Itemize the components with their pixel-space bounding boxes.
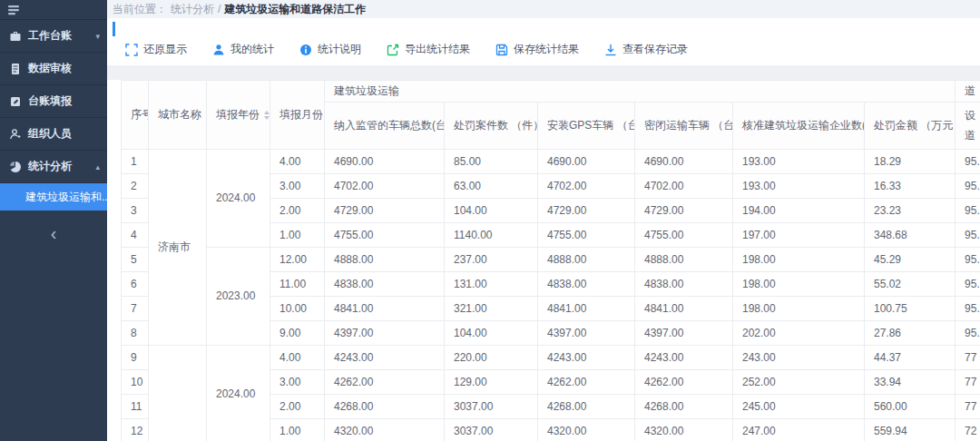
- index-cell: 11: [122, 394, 149, 418]
- metric-cell: 4243.00: [325, 345, 445, 369]
- metric-cell: 45.29: [865, 247, 956, 271]
- restore-view-button[interactable]: 还原显示: [125, 42, 187, 57]
- button-label: 还原显示: [143, 42, 187, 57]
- index-cell: 12: [122, 418, 149, 441]
- export-results-button[interactable]: 导出统计结果: [387, 42, 470, 57]
- user-icon: [212, 44, 225, 56]
- audit-doc-icon: [9, 63, 22, 75]
- view-saved-records-button[interactable]: 查看保存记录: [604, 42, 688, 57]
- metric-cell: 4755.00: [325, 222, 445, 247]
- col-header-approved-companies: 核准建筑垃圾运输企业数(家): [733, 102, 865, 149]
- sidebar-item-data-review[interactable]: 数据审核: [0, 53, 107, 85]
- app-logo-icon[interactable]: [7, 4, 20, 16]
- metric-cell: 559.94: [865, 418, 956, 441]
- sidebar-subitem-construction-waste[interactable]: 建筑垃圾运输和...: [0, 183, 107, 211]
- metric-cell: 4262.00: [538, 369, 635, 394]
- metric-cell: 4838.00: [635, 271, 733, 296]
- index-cell: 6: [122, 271, 149, 296]
- sidebar-item-label: 数据审核: [28, 61, 100, 76]
- metric-cell: 100.75: [865, 296, 956, 320]
- sidebar-item-statistics[interactable]: 统计分析 ▴: [0, 151, 107, 183]
- metric-cell: 4268.00: [538, 394, 635, 418]
- breadcrumb: 当前位置： 统计分析 / 建筑垃圾运输和道路保洁工作: [107, 0, 980, 18]
- metric-cell: 4268.00: [325, 394, 445, 418]
- metric-cell: 16.33: [865, 173, 956, 198]
- download-icon: [604, 44, 617, 56]
- briefcase-icon: [9, 30, 22, 43]
- month-cell: 9.00: [270, 320, 325, 345]
- metric-cell: 23.23: [865, 198, 956, 222]
- metric-cell: 198.00: [733, 271, 865, 296]
- metric-cell: 104.00: [445, 198, 538, 222]
- sidebar-item-ledger-entry[interactable]: 台账填报: [0, 85, 107, 118]
- metric-cell: 194.00: [733, 198, 865, 222]
- metric-cell: 4838.00: [325, 271, 445, 296]
- chevron-up-icon: ▴: [95, 162, 100, 172]
- table-row[interactable]: 1 济南市 2024.00 4.00 4690.00 85.00 4690.00…: [122, 149, 980, 173]
- metric-cell: 131.00: [445, 271, 538, 296]
- metric-cell: 55.02: [865, 271, 956, 296]
- breadcrumb-current: 建筑垃圾运输和道路保洁工作: [224, 2, 366, 17]
- year-cell: 2023.00: [207, 247, 270, 345]
- sidebar-collapse-button[interactable]: ‹: [0, 223, 107, 244]
- table-row[interactable]: 5 2023.00 12.00 4888.00 237.00 4888.00 4…: [122, 247, 980, 271]
- group-header-clipped: 道: [956, 81, 980, 103]
- index-cell: 5: [122, 247, 149, 271]
- index-cell: 1: [122, 149, 149, 173]
- index-cell: 10: [122, 369, 149, 394]
- col-header-year: 填报年份: [207, 81, 270, 150]
- index-cell: 7: [122, 296, 149, 320]
- metric-cell: 3037.00: [445, 418, 538, 441]
- sort-icon[interactable]: [264, 111, 270, 120]
- metric-cell: 33.94: [865, 369, 956, 394]
- restore-icon: [125, 44, 138, 56]
- index-cell: 3: [122, 198, 149, 222]
- table-row[interactable]: 9 青岛市 2024.00 4.00 4243.00 220.00 4243.0…: [122, 345, 980, 369]
- col-header-index: 序号: [122, 81, 149, 150]
- year-cell: 2024.00: [207, 345, 270, 441]
- col-header-city: 城市名称: [149, 81, 207, 150]
- col-header-clipped: 设道: [956, 102, 980, 149]
- sidebar-item-work-ledger[interactable]: 工作台账 ▾: [0, 20, 107, 53]
- clipped-cell: 72: [956, 418, 980, 441]
- breadcrumb-separator: /: [218, 3, 220, 15]
- metric-cell: 4320.00: [538, 418, 635, 441]
- month-cell: 12.00: [270, 247, 325, 271]
- breadcrumb-parent[interactable]: 统计分析: [171, 2, 214, 17]
- metric-cell: 4397.00: [635, 320, 733, 345]
- button-label: 保存统计结果: [514, 42, 579, 57]
- metric-cell: 4702.00: [325, 173, 445, 198]
- metric-cell: 197.00: [733, 222, 865, 247]
- metric-cell: 18.29: [865, 149, 956, 173]
- clipped-cell: 95.: [956, 222, 980, 247]
- month-cell: 2.00: [270, 394, 325, 418]
- metric-cell: 4729.00: [635, 198, 733, 222]
- metric-cell: 4841.00: [325, 296, 445, 320]
- col-header-gps-vehicles: 安装GPS车辆 （台）: [538, 102, 635, 149]
- statistics-info-button[interactable]: 统计说明: [299, 42, 361, 57]
- sidebar-item-label: 工作台账: [28, 28, 89, 44]
- user-icon: [9, 128, 22, 141]
- button-label: 统计说明: [318, 42, 361, 57]
- export-icon: [387, 44, 399, 56]
- metric-cell: 4838.00: [538, 271, 635, 296]
- metric-cell: 4755.00: [635, 222, 733, 247]
- sidebar-item-organization[interactable]: 组织人员: [0, 118, 107, 151]
- month-cell: 3.00: [270, 173, 325, 198]
- metric-cell: 247.00: [733, 418, 865, 441]
- text-cursor: [113, 22, 115, 36]
- metric-cell: 4888.00: [325, 247, 445, 271]
- index-cell: 2: [122, 173, 149, 198]
- my-statistics-button[interactable]: 我的统计: [212, 42, 274, 57]
- metric-cell: 348.68: [865, 222, 956, 247]
- metric-cell: 4243.00: [635, 345, 733, 369]
- metric-cell: 104.00: [445, 320, 538, 345]
- index-cell: 4: [122, 222, 149, 247]
- toolbar-panel: 还原显示 我的统计 统计说明 导出统计结果: [107, 18, 980, 65]
- save-results-button[interactable]: 保存统计结果: [495, 42, 579, 57]
- statistics-table-container: 序号 城市名称 填报年份 填报月份 建筑垃圾运输 道 纳入监管的车辆总数(台) …: [121, 80, 980, 441]
- metric-cell: 252.00: [733, 369, 865, 394]
- metric-cell: 4397.00: [325, 320, 445, 345]
- sidebar-item-label: 台账填报: [28, 93, 100, 109]
- table-panel: 序号 城市名称 填报年份 填报月份 建筑垃圾运输 道 纳入监管的车辆总数(台) …: [107, 80, 980, 441]
